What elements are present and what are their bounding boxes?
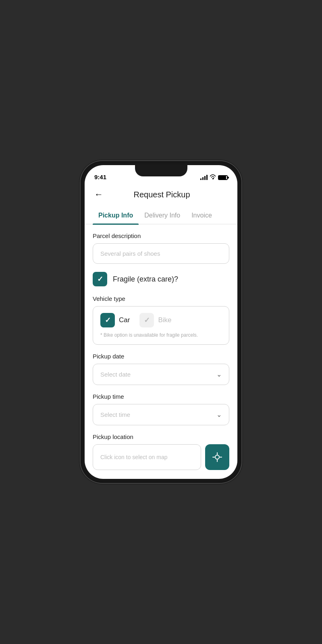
bike-label: Bike <box>158 316 171 324</box>
phone-frame: 9:41 <box>81 161 241 483</box>
svg-point-1 <box>215 455 219 459</box>
parcel-input[interactable] <box>93 243 229 264</box>
tabs: Pickup Info Delivery Info Invoice <box>85 208 237 224</box>
form-body: Parcel description ✓ Fragile (extra care… <box>85 226 237 479</box>
bike-checkmark: ✓ <box>144 316 150 325</box>
wifi-icon <box>210 174 216 180</box>
pickup-location-label: Pickup location <box>93 433 229 440</box>
page-title: Request Pickup <box>105 190 219 199</box>
vehicle-note: * Bike option is unavailable for fragile… <box>100 332 222 338</box>
contact-label: Contact information <box>93 478 229 479</box>
chevron-down-icon: ⌄ <box>216 371 222 378</box>
phone-screen: 9:41 <box>85 165 237 479</box>
battery-icon <box>218 175 228 180</box>
pickup-time-placeholder: Select time <box>100 411 130 418</box>
header: ← Request Pickup <box>85 183 237 208</box>
vehicle-box: ✓ Car ✓ Bike * Bike option is unavailabl… <box>93 306 229 345</box>
signal-icon <box>200 175 208 180</box>
pickup-date-select[interactable]: Select date ⌄ <box>93 364 229 385</box>
fragile-checkbox[interactable]: ✓ <box>93 272 107 286</box>
back-button[interactable]: ← <box>93 188 105 201</box>
vehicle-car-option[interactable]: ✓ Car <box>100 313 130 327</box>
fragile-label: Fragile (extra care)? <box>113 275 178 284</box>
pickup-time-label: Pickup time <box>93 393 229 400</box>
status-icons <box>200 174 228 180</box>
bike-checkbox[interactable]: ✓ <box>139 313 154 327</box>
pickup-location-row <box>93 444 229 470</box>
vehicle-options: ✓ Car ✓ Bike <box>100 313 222 327</box>
notch <box>135 165 187 176</box>
location-icon <box>212 452 222 462</box>
fragile-checkmark: ✓ <box>97 275 103 284</box>
car-checkmark: ✓ <box>105 316 111 325</box>
car-label: Car <box>119 316 130 324</box>
pickup-location-input[interactable] <box>93 444 201 470</box>
pickup-date-label: Pickup date <box>93 353 229 360</box>
status-time: 9:41 <box>94 174 106 180</box>
tab-pickup[interactable]: Pickup Info <box>93 208 139 224</box>
car-checkbox[interactable]: ✓ <box>100 313 115 327</box>
tab-delivery[interactable]: Delivery Info <box>139 208 186 224</box>
pickup-time-select[interactable]: Select time ⌄ <box>93 404 229 425</box>
tab-invoice[interactable]: Invoice <box>186 208 218 224</box>
location-map-button[interactable] <box>205 444 229 470</box>
chevron-down-time-icon: ⌄ <box>216 411 222 418</box>
pickup-date-placeholder: Select date <box>100 371 131 378</box>
vehicle-bike-option[interactable]: ✓ Bike <box>139 313 171 327</box>
vehicle-label: Vehicle type <box>93 295 229 302</box>
fragile-row: ✓ Fragile (extra care)? <box>93 272 229 286</box>
parcel-label: Parcel description <box>93 232 229 239</box>
screen-content[interactable]: ← Request Pickup Pickup Info Delivery In… <box>85 183 237 479</box>
